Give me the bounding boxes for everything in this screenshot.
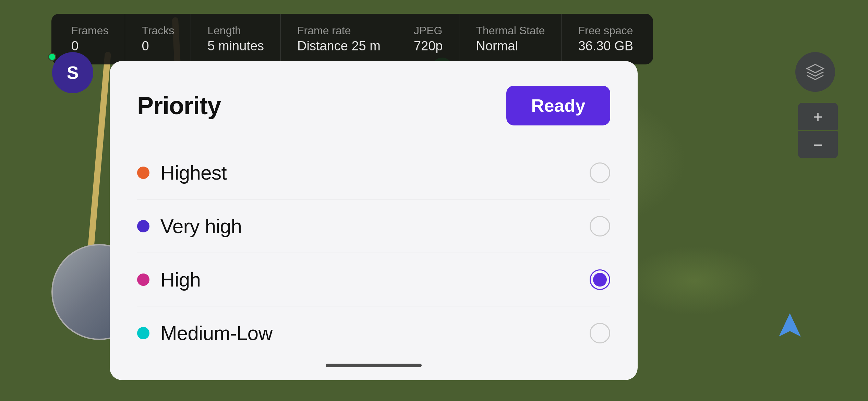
priority-list: Highest Very high High bbox=[137, 146, 610, 360]
priority-dot-mediumlow bbox=[137, 327, 149, 339]
jpeg-value: 720p bbox=[414, 38, 443, 54]
priority-dot-veryhigh bbox=[137, 220, 149, 232]
priority-label-veryhigh: Very high bbox=[160, 215, 242, 238]
priority-item-highest[interactable]: Highest bbox=[137, 146, 610, 199]
radio-highest[interactable] bbox=[590, 162, 610, 183]
tracks-label: Tracks bbox=[142, 24, 174, 38]
priority-item-veryhigh[interactable]: Very high bbox=[137, 199, 610, 253]
status-bar: Frames 0 Tracks 0 Length 5 minutes Frame… bbox=[51, 14, 653, 64]
layer-toggle-button[interactable] bbox=[795, 52, 835, 92]
length-label: Length bbox=[207, 24, 264, 38]
length-value: 5 minutes bbox=[207, 38, 264, 54]
thermal-value: Normal bbox=[476, 38, 545, 54]
svg-marker-1 bbox=[779, 313, 801, 337]
radio-mediumlow[interactable] bbox=[590, 323, 610, 343]
frames-value: 0 bbox=[71, 38, 108, 54]
priority-left: Medium-Low bbox=[137, 321, 273, 344]
priority-dot-high bbox=[137, 274, 149, 286]
priority-label-high: High bbox=[160, 268, 201, 291]
radio-high[interactable] bbox=[590, 269, 610, 290]
frames-label: Frames bbox=[71, 24, 108, 38]
zoom-out-button[interactable]: − bbox=[798, 131, 838, 158]
priority-left: High bbox=[137, 268, 201, 291]
radio-veryhigh[interactable] bbox=[590, 216, 610, 236]
svg-marker-0 bbox=[807, 64, 823, 73]
radio-inner-high bbox=[593, 273, 607, 287]
priority-item-high[interactable]: High bbox=[137, 253, 610, 306]
priority-label-highest: Highest bbox=[160, 161, 227, 184]
zoom-in-button[interactable]: + bbox=[798, 103, 838, 130]
status-length: Length 5 minutes bbox=[191, 14, 281, 64]
status-framerate: Frame rate Distance 25 m bbox=[281, 14, 397, 64]
modal-title: Priority bbox=[137, 92, 221, 120]
priority-left: Very high bbox=[137, 215, 242, 238]
avatar-online-dot bbox=[48, 53, 56, 61]
thermal-label: Thermal State bbox=[476, 24, 545, 38]
status-freespace: Free space 36.30 GB bbox=[562, 14, 650, 64]
framerate-value: Distance 25 m bbox=[297, 38, 381, 54]
status-tracks: Tracks 0 bbox=[125, 14, 191, 64]
status-jpeg: JPEG 720p bbox=[397, 14, 460, 64]
priority-modal: Priority Ready Highest Very high High bbox=[110, 61, 638, 380]
zoom-controls: + − bbox=[798, 103, 838, 158]
ready-button[interactable]: Ready bbox=[506, 86, 610, 125]
framerate-label: Frame rate bbox=[297, 24, 381, 38]
priority-item-mediumlow[interactable]: Medium-Low bbox=[137, 306, 610, 360]
priority-label-mediumlow: Medium-Low bbox=[160, 321, 273, 344]
avatar[interactable]: S bbox=[52, 52, 93, 93]
priority-left: Highest bbox=[137, 161, 227, 184]
status-thermal: Thermal State Normal bbox=[459, 14, 562, 64]
modal-header: Priority Ready bbox=[137, 86, 610, 125]
freespace-label: Free space bbox=[578, 24, 633, 38]
priority-dot-highest bbox=[137, 167, 149, 179]
tracks-value: 0 bbox=[142, 38, 174, 54]
jpeg-label: JPEG bbox=[414, 24, 443, 38]
freespace-value: 36.30 GB bbox=[578, 38, 633, 54]
bottom-handle bbox=[326, 364, 422, 367]
layers-icon bbox=[806, 62, 825, 82]
navigation-arrow[interactable] bbox=[776, 312, 804, 339]
